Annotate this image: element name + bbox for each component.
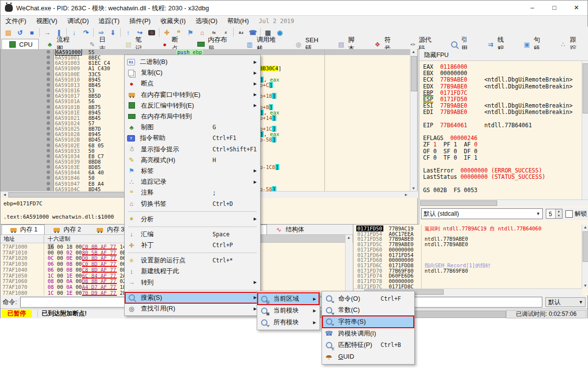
menu-item-set-new-origin[interactable]: ✳设置新的运行点Ctrl+* [125,255,260,266]
step-over-icon[interactable]: ↷ [80,28,92,37]
toolbar-separator [120,28,121,37]
menu-item-constant[interactable]: #常数(C) [322,305,414,316]
restart-icon[interactable]: ↺ [14,28,26,37]
register-segment: EFLAGS [423,135,450,142]
menu-item-follow-in-memmap[interactable]: 在内存布局中转到 [125,111,260,122]
tab-句柄[interactable]: ▣句柄 [516,39,552,49]
menu-item-current-module[interactable]: ▣当前模块▶ [258,305,319,316]
calling-convention-bar: 默认 (stdcall) ▼ 5 ▲▼ 解锁 [419,207,588,220]
memory-tab-内存 2[interactable]: 内存 2 [45,225,88,234]
unlock-checkbox[interactable] [565,210,573,218]
menu-item-copy[interactable]: 复制(C)▶ [125,67,260,78]
register-line[interactable]: LastStatus 00000000 (STATUS_SUCCESS) [423,174,581,180]
register-segment: EDI [423,109,440,115]
memory-tab-内存 1[interactable]: 内存 1 [1,225,45,234]
tab-线程[interactable]: ⇉线程 [480,39,516,49]
tab-调用堆栈[interactable]: ▥调用堆栈 [239,39,288,49]
register-segment: 1 [433,141,437,148]
arg-count-stepper[interactable]: 5 ▲▼ [546,209,562,219]
menu-item-find-references[interactable]: ◎查找引用(R)▶ [125,303,260,314]
menu-item-highlight-mode[interactable]: ✎高亮模式(H)H [125,155,260,166]
open-file-icon[interactable]: ▤ [2,28,14,37]
menu-item-binary[interactable]: 01二进制(B)▶ [125,57,260,67]
tab-笔记[interactable]: ▤笔记 [118,39,154,49]
locals-vertical-scrollbar[interactable]: ▲ ▼ [345,235,352,295]
register-line[interactable]: GS 002B FS 0053 [423,187,581,194]
menu-item-assemble[interactable]: ↓汇编Space [125,229,260,240]
menu-item-current-region[interactable]: ▢当前区域▶ [258,293,319,305]
menu-item-trace-record[interactable]: ∴追踪记录▶ [125,176,260,187]
strings-icon[interactable]: Az [235,28,247,37]
menu-item-analysis[interactable]: ✶分析▶ [125,214,260,225]
menu-item-guid[interactable]: GUID [322,351,414,363]
menubar-item-0[interactable]: 文件(F) [0,16,31,27]
patch-icon[interactable]: ✚ [161,28,173,37]
memory-byte: 00 [76,244,82,250]
register-segment [467,102,484,109]
disasm-vertical-scrollbar[interactable]: ▲ ▼ [410,49,417,191]
menu-item-intermodular-calls[interactable]: ☎跨模块调用(I) [322,328,414,340]
menu-item-all-modules[interactable]: *所有模块▶ [258,316,319,328]
tab-CPU[interactable]: CPU [1,39,39,49]
menu-item-new-thread-here[interactable]: ↕新建线程于此 [125,266,260,277]
registers-vertical-scrollbar[interactable] [582,61,588,199]
menu-item-breakpoint[interactable]: ●断点▶ [125,78,260,89]
menu-item-pattern[interactable]: ▒匹配特征(P)Ctrl+B [322,339,414,351]
tab-符号[interactable]: ❖符号 [367,39,403,49]
menubar-item-6[interactable]: 选项(O) [190,16,222,27]
tab-结构体[interactable]: ∿结构体 [267,225,312,234]
highlighter-icon: ✎ [127,156,136,164]
menu-item-show-mnemonic-brief[interactable]: ☃显示指令提示Ctrl+Shift+F1 [125,144,260,155]
register-segment: EIP [423,122,440,129]
tab-脚本[interactable]: ▤脚本 [330,39,367,49]
menu-item-instruction-help[interactable]: ?指令帮助Ctrl+F1 [125,133,260,143]
menu-item-comment[interactable]: ❝注释; [125,187,260,198]
menu-item-label[interactable]: ⚑标签▶ [125,166,260,176]
menu-item-patch[interactable]: ✚补丁Ctrl+P [125,240,260,251]
command-type-dropdown[interactable]: 默认 ▼ [545,297,586,307]
registers-pane[interactable]: 隐藏FPU EAX 01186000EBX 00000000ECX 77B9AB… [419,49,588,224]
tab-SEH链[interactable]: ◎SEH链 [288,39,330,49]
menu-item-search[interactable]: 搜索(S)▶ [125,292,260,303]
stack-vertical-scrollbar[interactable]: ▲ ▼ [582,225,588,288]
calling-convention-select[interactable]: 默认 (stdcall) ▼ [421,208,543,219]
menu-item-label: 转到 [141,278,154,287]
tab-引用[interactable]: 引用 [444,39,480,49]
memory-address: 77AF1050 [2,273,27,279]
menubar-item-7[interactable]: 帮助(H) [222,16,254,27]
tab-源代码[interactable]: <>源代码 [403,39,444,49]
menubar-item-5[interactable]: 收藏夹(I) [156,16,190,27]
register-line[interactable]: CF 0 TF 0 IF 1 [423,155,581,161]
stepper-buttons[interactable]: ▲▼ [555,209,562,218]
step-out-icon[interactable]: ↑ [122,28,134,37]
stack-pane[interactable]: 0171FD5077B9AC19返回到 ntdll.77B9AC19 自 ntd… [353,225,588,295]
menubar-item-3[interactable]: 追踪(T) [94,16,125,27]
maximize-button[interactable]: □ [543,0,565,15]
menubar-item-2[interactable]: 调试(D) [62,16,94,27]
tab-跟踪[interactable]: ∴跟踪 [552,39,588,49]
menubar-item-4[interactable]: 插件(P) [125,16,156,27]
tab-断点[interactable]: ●断点 [154,39,190,49]
tab-日志[interactable]: ✎日志 [81,39,118,49]
run-icon[interactable]: → [41,28,53,37]
disasm-bytes: 8D45 [88,186,101,191]
hide-fpu-button[interactable]: 隐藏FPU [419,49,588,61]
registers-horizontal-scrollbar[interactable] [419,199,588,206]
menu-item-follow-in-dump[interactable]: 在内存窗口中转到(E)▶ [125,89,260,100]
menu-item-string[interactable]: “字符串(S) [322,316,414,328]
menu-item-goto[interactable]: →转到▶ [125,277,260,288]
tab-内存布局[interactable]: 内存布局 [190,39,239,49]
minimize-button[interactable]: – [521,0,543,15]
labels-icon[interactable]: ⚑ [185,28,196,37]
menu-item-toggle-bookmark[interactable]: ⌂切换书签Ctrl+D [125,198,260,209]
stop-icon[interactable]: ■ [26,28,38,37]
close-button[interactable]: ✕ [565,0,588,15]
menu-item-follow-in-disasm[interactable]: 在反汇编中转到(E)▶ [125,100,260,111]
menu-item-graph[interactable]: ♣制图G [125,122,260,133]
register-line[interactable]: EIP 77B64061 ntdll.77B64061 [423,122,581,129]
menubar-item-1[interactable]: 视图(V) [31,16,62,27]
tab-流程图[interactable]: ♣流程图 [39,39,81,49]
bookmarks-icon[interactable]: ⌂ [196,28,208,37]
menu-item-command[interactable]: >命令(O)Ctrl+F [322,293,414,305]
register-line[interactable]: EDI 77B9ABE0 <ntdll.DbgUiRemoteBreakin> [423,109,581,115]
